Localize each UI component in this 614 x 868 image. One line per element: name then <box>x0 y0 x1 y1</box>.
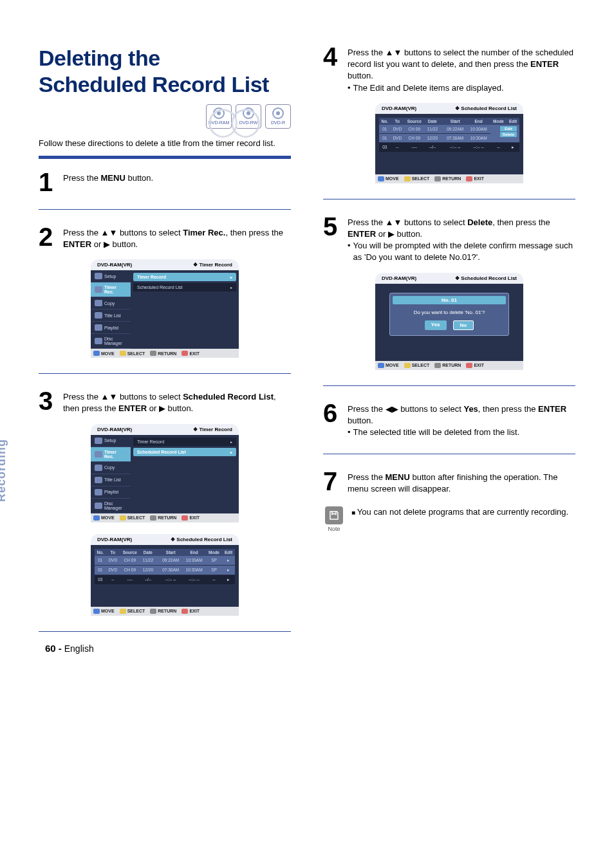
disc-badges: DVD-RAM DVD-RW DVD-R <box>39 104 291 129</box>
step-1: 1 Press the MENU button. <box>39 171 291 194</box>
disc-icon <box>95 503 102 509</box>
copy-icon <box>95 300 102 306</box>
thin-rule <box>39 373 291 374</box>
left-column: Deleting the Scheduled Record List ◯◯ DV… <box>39 45 291 647</box>
note-box: Note You can not delete programs that ar… <box>323 506 575 532</box>
up-down-icon: ▲▼ <box>386 217 402 227</box>
osd-schedule-edit-popup: DVD-RAM(VR)Scheduled Record List No.ToSo… <box>375 103 523 183</box>
note-icon <box>325 506 343 524</box>
step-number: 1 <box>39 171 57 194</box>
osd-confirm-dialog: DVD-RAM(VR)Scheduled Record List No. 01 … <box>375 273 523 370</box>
copy-icon <box>95 465 102 471</box>
section-tab: Recording <box>0 439 8 502</box>
table-row: 03--------/----:-- ----:-- ----▸ <box>379 142 519 152</box>
gear-icon <box>95 273 102 279</box>
arrow-icon: ▸ <box>230 450 232 454</box>
clock-icon <box>95 451 102 457</box>
list-icon <box>95 477 102 483</box>
no-button: No <box>453 320 474 330</box>
up-down-icon: ▲▼ <box>101 228 118 237</box>
page-title-line2: Scheduled Record List <box>39 71 291 98</box>
gear-icon <box>95 438 102 444</box>
osd-menu-timer: DVD-RAM(VR)Timer Record Setup Timer Rec.… <box>91 259 239 358</box>
step-number: 5 <box>323 215 341 264</box>
thin-rule <box>39 631 291 632</box>
list-icon <box>95 312 102 319</box>
step-5: 5 Press the ▲▼ buttons to select Delete,… <box>323 215 575 264</box>
up-down-icon: ▲▼ <box>386 48 402 57</box>
step-3: 3 Press the ▲▼ buttons to select Schedul… <box>39 389 291 414</box>
yes-button: Yes <box>425 320 447 330</box>
up-down-icon: ▲▼ <box>101 392 118 402</box>
step-4: 4 Press the ▲▼ buttons to select the num… <box>323 45 575 94</box>
osd-menu-sched-highlighted: DVD-RAM(VR)Timer Record Setup Timer Rec.… <box>91 424 239 522</box>
playlist-icon <box>95 489 102 495</box>
right-icon: ▶ <box>104 239 110 249</box>
schedule-table: No.ToSourceDateStartEndModeEdit 01DVDCH … <box>95 549 235 604</box>
disc-icon <box>95 338 102 344</box>
intro-text: Follow these directions to delete a titl… <box>39 138 291 149</box>
dialog-title: No. 01 <box>393 296 506 304</box>
arrow-icon: ▸ <box>230 275 232 279</box>
thin-rule <box>39 209 291 210</box>
thin-rule <box>323 199 575 199</box>
step-number: 7 <box>323 470 341 495</box>
edit-option: Edit <box>500 126 517 131</box>
step-6: 6 Press the ◀▶ buttons to select Yes, th… <box>323 402 575 439</box>
arrow-icon: ▸ <box>230 439 232 444</box>
decorative-circles-icon: ◯◯ <box>207 104 252 137</box>
left-right-icon: ◀▶ <box>386 404 398 414</box>
right-icon: ▶ <box>388 229 395 239</box>
page-title-block: Deleting the Scheduled Record List ◯◯ <box>39 45 291 98</box>
clock-icon <box>95 286 102 293</box>
osd-schedule-table: DVD-RAM(VR)Scheduled Record List No.ToSo… <box>91 534 239 616</box>
arrow-icon: ▸ <box>230 285 232 290</box>
edit-delete-popup: Edit Delete <box>500 126 517 137</box>
delete-option: Delete <box>500 132 517 137</box>
table-row: 01DVDCH 0911/2209:22AM10:30AM Edit Delet… <box>379 125 519 134</box>
step-number: 3 <box>39 389 57 414</box>
table-row: 01DVDCH 0912/2007:30AM10:30AMSP▸ <box>95 565 235 575</box>
right-icon: ▶ <box>159 403 165 413</box>
table-row: 01DVDCH 0911/2209:22AM10:30AMSP▸ <box>95 556 235 566</box>
step-number: 2 <box>39 225 57 250</box>
step-7: 7 Press the MENU button after finishing … <box>323 470 575 495</box>
note-text: You can not delete programs that are cur… <box>351 506 568 532</box>
playlist-icon <box>95 324 102 331</box>
page-footer: 60 - English <box>45 643 94 654</box>
confirm-dialog: No. 01 Do you want to delete 'No. 01'? Y… <box>389 293 509 336</box>
table-row: 03--------/----:-- ----:-- ----▸ <box>95 575 235 584</box>
thick-rule <box>39 156 291 159</box>
right-column: 4 Press the ▲▼ buttons to select the num… <box>323 45 575 647</box>
page-title-line1: Deleting the <box>39 45 291 71</box>
note-label: Note <box>328 526 340 532</box>
thin-rule <box>323 454 575 454</box>
disc-badge-r: DVD-R <box>265 104 291 129</box>
step-2: 2 Press the ▲▼ buttons to select Timer R… <box>39 225 291 250</box>
step-number: 4 <box>323 45 341 94</box>
dialog-message: Do you want to delete 'No. 01'? <box>395 309 503 315</box>
thin-rule <box>323 385 575 386</box>
step-number: 6 <box>323 402 341 439</box>
